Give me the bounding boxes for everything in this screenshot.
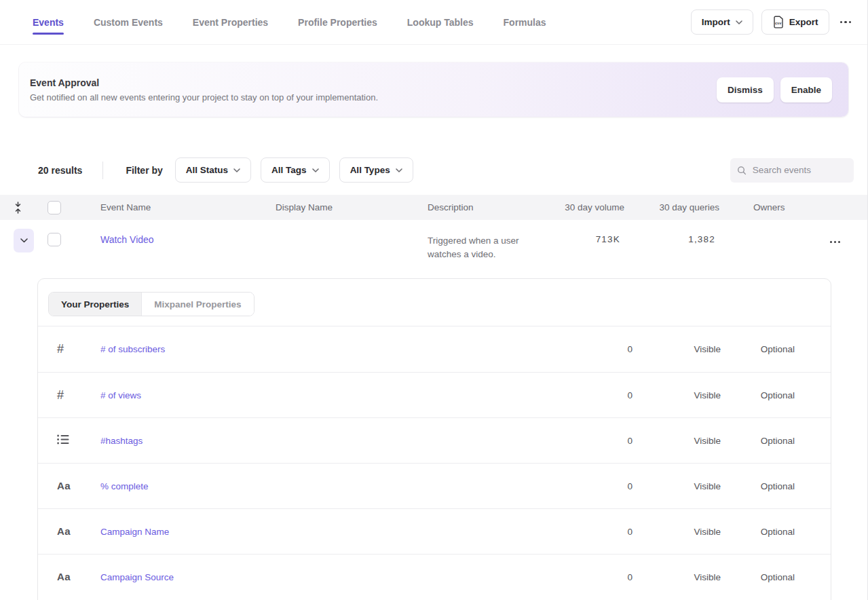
export-button-label: Export (789, 17, 818, 27)
property-visibility: Visible (654, 481, 725, 491)
tags-filter-dropdown[interactable]: All Tags (261, 157, 330, 183)
number-type-icon: # (57, 342, 64, 356)
property-row: Aa Campaign Source 0 Visible Optional (38, 554, 831, 599)
property-row: # # of subscribers 0 Visible Optional (38, 326, 831, 372)
property-name-link[interactable]: # of subscribers (100, 344, 586, 354)
property-row: Aa % complete 0 Visible Optional (38, 463, 831, 508)
col-display-name: Display Name (276, 202, 428, 212)
tab-profile-properties[interactable]: Profile Properties (298, 2, 377, 43)
col-volume: 30 day volume (550, 202, 638, 212)
types-filter-label: All Types (350, 165, 390, 175)
property-queries: 0 (586, 436, 654, 446)
divider (102, 162, 103, 179)
property-visibility: Visible (654, 390, 725, 400)
status-filter-dropdown[interactable]: All Status (175, 157, 251, 183)
property-requirement: Optional (725, 390, 827, 400)
property-visibility: Visible (654, 527, 725, 537)
tab-event-properties[interactable]: Event Properties (193, 2, 268, 43)
table-header: Event Name Display Name Description 30 d… (0, 195, 867, 220)
event-description: Triggered when a user watches a video. (428, 220, 548, 261)
chevron-down-icon (312, 168, 319, 172)
top-navigation: Events Custom Events Event Properties Pr… (0, 0, 867, 45)
row-checkbox[interactable] (48, 233, 61, 246)
col-owners: Owners (733, 202, 827, 212)
property-row: Aa Campaign Name 0 Visible Optional (38, 508, 831, 554)
property-queries: 0 (586, 344, 654, 354)
export-button[interactable]: csv Export (761, 10, 829, 35)
property-row: #hashtags 0 Visible Optional (38, 417, 831, 463)
property-requirement: Optional (725, 527, 827, 537)
collapse-all-icon[interactable] (14, 202, 27, 214)
banner-description: Get notified on all new events entering … (30, 92, 378, 102)
chevron-down-icon (233, 168, 240, 172)
property-requirement: Optional (725, 572, 827, 582)
svg-text:csv: csv (775, 21, 782, 25)
event-name-link[interactable]: Watch Video (100, 234, 154, 245)
csv-file-icon: csv (772, 16, 784, 29)
tab-events[interactable]: Events (33, 2, 64, 43)
property-visibility: Visible (654, 436, 725, 446)
banner-title: Event Approval (30, 77, 378, 88)
property-row: # # of views 0 Visible Optional (38, 372, 831, 417)
property-name-link[interactable]: # of views (100, 390, 586, 400)
table-row: Watch Video Triggered when a user watche… (0, 220, 867, 278)
tab-lookup-tables[interactable]: Lookup Tables (407, 2, 474, 43)
row-expander-button[interactable] (14, 229, 34, 252)
dismiss-button[interactable]: Dismiss (717, 77, 774, 102)
event-approval-banner: Event Approval Get notified on all new e… (19, 62, 848, 117)
property-queries: 0 (586, 572, 654, 582)
tags-filter-label: All Tags (271, 165, 307, 175)
col-queries: 30 day queries (638, 202, 733, 212)
event-display-name (276, 220, 428, 234)
property-requirement: Optional (725, 344, 827, 354)
row-more-menu-icon[interactable] (827, 237, 843, 247)
property-requirement: Optional (725, 481, 827, 491)
filter-bar: 20 results Filter by All Status All Tags… (38, 157, 854, 183)
text-type-icon: Aa (57, 480, 71, 491)
select-all-checkbox[interactable] (48, 201, 61, 214)
property-name-link[interactable]: #hashtags (100, 436, 586, 446)
types-filter-dropdown[interactable]: All Types (339, 157, 413, 183)
more-menu-icon[interactable] (837, 17, 854, 28)
property-requirement: Optional (725, 436, 827, 446)
event-queries: 1,382 (638, 220, 733, 244)
property-visibility: Visible (654, 572, 725, 582)
search-icon (737, 165, 747, 176)
enable-button[interactable]: Enable (780, 77, 832, 102)
search-input[interactable] (753, 165, 847, 175)
event-volume: 713K (550, 220, 638, 244)
results-count: 20 results (38, 165, 82, 176)
tab-custom-events[interactable]: Custom Events (94, 2, 163, 43)
property-name-link[interactable]: Campaign Source (100, 572, 586, 582)
tab-formulas[interactable]: Formulas (504, 2, 546, 43)
nav-tabs: Events Custom Events Event Properties Pr… (33, 2, 546, 43)
property-name-link[interactable]: % complete (100, 481, 586, 491)
list-type-icon (57, 434, 69, 445)
properties-tab-group: Your Properties Mixpanel Properties (48, 292, 254, 316)
property-queries: 0 (586, 481, 654, 491)
tab-your-properties[interactable]: Your Properties (49, 293, 141, 316)
import-button-label: Import (702, 17, 730, 27)
property-name-link[interactable]: Campaign Name (100, 527, 586, 537)
import-button[interactable]: Import (691, 10, 753, 35)
search-box (730, 158, 854, 183)
property-queries: 0 (586, 527, 654, 537)
text-type-icon: Aa (57, 525, 71, 537)
col-event-name: Event Name (100, 202, 276, 212)
status-filter-label: All Status (186, 165, 228, 175)
properties-panel: Your Properties Mixpanel Properties # # … (37, 278, 831, 600)
property-queries: 0 (586, 390, 654, 400)
property-visibility: Visible (654, 344, 725, 354)
number-type-icon: # (57, 388, 64, 402)
filter-by-label: Filter by (126, 165, 162, 176)
chevron-down-icon (396, 168, 402, 172)
chevron-down-icon (20, 238, 28, 243)
col-description: Description (428, 202, 550, 212)
chevron-down-icon (736, 20, 742, 24)
tab-mixpanel-properties[interactable]: Mixpanel Properties (141, 293, 253, 316)
event-owners (733, 220, 827, 234)
text-type-icon: Aa (57, 571, 71, 582)
